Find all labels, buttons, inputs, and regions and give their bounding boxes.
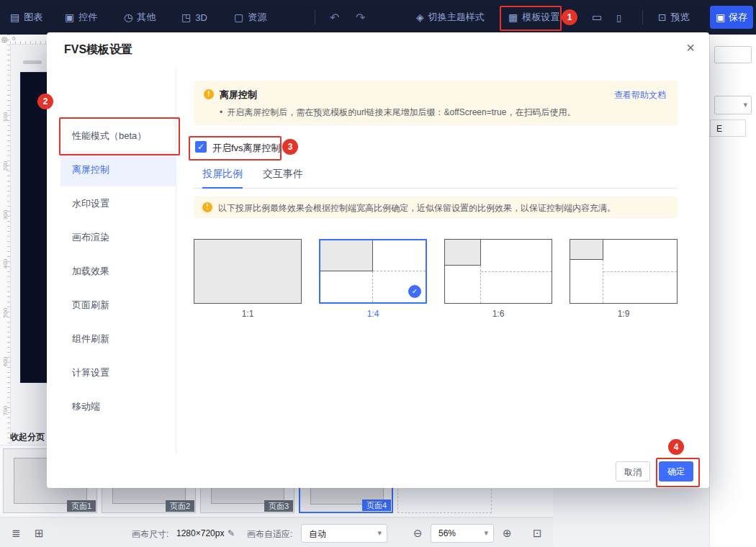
canvas-size-label: 画布尺寸:	[132, 528, 168, 541]
ruler-label: 600	[2, 355, 9, 369]
ratio-label: 1:1	[194, 309, 302, 319]
toolbar-menu-3d[interactable]: ◳ 3D	[181, 0, 207, 35]
toolbar-menu-label: 其他	[137, 11, 156, 24]
property-select[interactable]: ▾	[714, 96, 752, 114]
dialog-nav: 性能模式（beta） 离屏控制 水印设置 画布渲染 加载效果 页面刷新 组件刷新…	[47, 67, 176, 453]
ratio-card-1-9[interactable]	[570, 239, 678, 304]
banner-bullet-text: 开启离屏控制后，需在预览模板的url链接末尾增加后缀：&offScreen=tr…	[220, 107, 575, 119]
toolbar-menu-others[interactable]: ◷ 其他	[124, 0, 156, 35]
save-icon: ▣	[716, 12, 725, 22]
ruler-origin-label: 0	[12, 35, 15, 42]
toolbar-menu-label: 图表	[24, 11, 42, 24]
ratio-preview-fill	[194, 240, 301, 303]
nav-item-loading-effect[interactable]: 加载效果	[60, 254, 176, 288]
vertical-ruler: 100 200 300 400 500 600 700 800	[0, 35, 11, 445]
ratio-note-banner: ! 以下投屏比例最终效果会根据控制端宽高比例确定，近似保留设置的比例效果，以保证…	[194, 196, 678, 218]
property-field-text: E	[716, 124, 722, 134]
nav-item-performance-mode[interactable]: 性能模式（beta）	[60, 119, 176, 153]
page-label: 页面1	[67, 500, 96, 512]
cube-icon: ◳	[181, 12, 191, 22]
selected-check-icon: ✓	[407, 284, 423, 299]
app-root: 100 200 300 400 500 600 700 800 0 ◎ 收起分页…	[0, 0, 756, 547]
dialog-tabs: 投屏比例 交互事件	[194, 166, 678, 189]
fvs-template-settings-dialog: FVS模板设置 × 性能模式（beta） 离屏控制 水印设置 画布渲染 加载效果…	[47, 32, 709, 488]
desktop-preview-icon[interactable]: ▭	[592, 0, 602, 35]
ratio-preview-block	[445, 240, 481, 266]
theme-icon: ◈	[416, 12, 424, 22]
nav-item-calc-settings[interactable]: 计算设置	[60, 356, 176, 389]
mobile-preview-icon[interactable]: ▯	[616, 0, 621, 35]
toolbar-menu-label: 资源	[248, 11, 266, 24]
collapse-pages-toggle[interactable]: 收起分页	[10, 431, 45, 443]
toolbar-divider	[315, 10, 315, 24]
ratio-card-1-6[interactable]	[444, 239, 552, 304]
nav-item-canvas-render[interactable]: 画布渲染	[60, 220, 176, 254]
property-field[interactable]: E	[710, 119, 746, 137]
nav-item-component-refresh[interactable]: 组件刷新	[60, 322, 176, 356]
ratio-card-1-1[interactable]	[194, 239, 302, 304]
canvas-fit-select[interactable]: 自动 ▾	[301, 524, 387, 543]
page-label: 页面4	[362, 499, 391, 511]
save-button[interactable]: ▣ 保存	[710, 6, 753, 29]
nav-item-mobile[interactable]: 移动端	[60, 389, 176, 423]
tab-projection-ratio[interactable]: 投屏比例	[202, 168, 243, 189]
page-label: 页面3	[264, 500, 293, 512]
nav-item-watermark[interactable]: 水印设置	[60, 186, 176, 220]
ruler-label: 100	[2, 110, 9, 125]
grid-icon[interactable]: ⊞	[35, 527, 44, 540]
theme-switch-label: 切换主题样式	[428, 11, 485, 24]
widget-icon: ▣	[65, 12, 74, 22]
zoom-out-icon[interactable]: ⊖	[413, 527, 423, 540]
redo-icon[interactable]: ↷	[356, 0, 365, 35]
fit-screen-icon[interactable]: ⊡	[533, 527, 542, 540]
ratio-note-text: 以下投屏比例最终效果会根据控制端宽高比例确定，近似保留设置的比例效果，以保证控制…	[218, 202, 616, 214]
ratio-preview-block	[570, 240, 603, 260]
layers-icon[interactable]: ≣	[12, 527, 21, 540]
toolbar-menu-resources[interactable]: ▢ 资源	[234, 0, 266, 35]
preview-icon: ⊡	[658, 12, 667, 22]
ratio-card-1-4[interactable]: ✓	[319, 239, 427, 304]
offscreen-checkbox-label: 开启fvs离屏控制	[212, 142, 281, 155]
warning-icon: !	[204, 89, 214, 99]
ratio-label: 1:4	[319, 309, 427, 319]
offscreen-info-banner: ! 离屏控制 查看帮助文档 开启离屏控制后，需在预览模板的url链接末尾增加后缀…	[194, 81, 678, 125]
nav-item-page-refresh[interactable]: 页面刷新	[60, 288, 176, 322]
template-settings-button[interactable]: ▦ 模板设置	[508, 0, 559, 35]
toolbar-menu-widgets[interactable]: ▣ 控件	[65, 0, 97, 35]
resource-icon: ▢	[234, 12, 243, 22]
edit-icon[interactable]: ✎	[228, 528, 235, 538]
ruler-label: 300	[2, 208, 9, 222]
toolbar-menu-label: 控件	[78, 11, 97, 24]
zoom-in-icon[interactable]: ⊕	[503, 527, 512, 540]
close-icon[interactable]: ×	[682, 40, 699, 56]
theme-switch-button[interactable]: ◈ 切换主题样式	[416, 0, 485, 35]
chart-icon: ▤	[10, 12, 19, 22]
chevron-down-icon: ▾	[743, 100, 747, 109]
ratio-dashed-line	[481, 271, 552, 272]
confirm-button[interactable]: 确定	[659, 461, 693, 482]
canvas-fit-label: 画布自适应:	[247, 528, 292, 541]
offscreen-checkbox[interactable]: ✓	[195, 141, 207, 153]
help-doc-link[interactable]: 查看帮助文档	[614, 89, 666, 101]
template-settings-icon: ▦	[508, 12, 518, 22]
preview-button[interactable]: ⊡ 预览	[658, 0, 690, 35]
preview-label: 预览	[671, 11, 690, 24]
toolbar-menu-charts[interactable]: ▤ 图表	[10, 0, 42, 35]
chevron-down-icon: ▾	[484, 528, 488, 538]
right-property-panel: ▾ E	[709, 35, 756, 547]
undo-icon[interactable]: ↶	[330, 0, 339, 35]
tab-interaction-events[interactable]: 交互事件	[263, 168, 303, 187]
toolbar-menu-label: 3D	[195, 12, 207, 23]
template-settings-label: 模板设置	[522, 11, 559, 24]
cancel-button[interactable]: 取消	[616, 461, 650, 482]
warning-icon: !	[202, 202, 212, 212]
nav-item-offscreen-control[interactable]: 离屏控制	[60, 153, 176, 186]
canvas-caption-placeholder	[23, 60, 42, 64]
clock-icon: ◷	[124, 12, 132, 22]
zoom-select[interactable]: 56% ▾	[431, 524, 494, 543]
ratio-label: 1:9	[570, 309, 678, 319]
eye-icon[interactable]: ◎	[1, 35, 8, 43]
property-input[interactable]	[714, 46, 752, 63]
check-icon: ✓	[197, 142, 204, 152]
ratio-dashed-line	[603, 260, 603, 303]
